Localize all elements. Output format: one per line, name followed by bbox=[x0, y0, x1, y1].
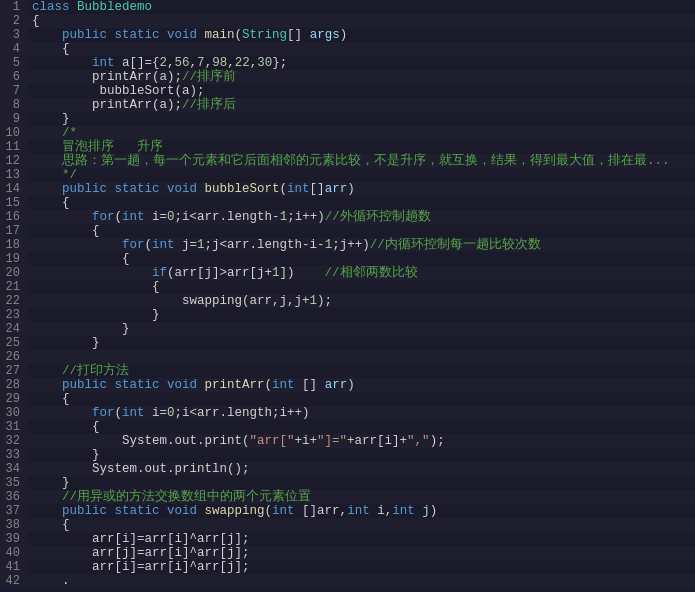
line-number: 13 bbox=[0, 168, 28, 182]
token: void bbox=[167, 378, 205, 392]
line-number: 20 bbox=[0, 266, 28, 280]
line-number: 8 bbox=[0, 98, 28, 112]
token bbox=[32, 364, 62, 378]
line-content: printArr(a);//排序后 bbox=[28, 98, 236, 112]
line-content: public static void printArr(int [] arr) bbox=[28, 378, 355, 392]
code-line: 26 bbox=[0, 350, 695, 364]
code-line: 34 System.out.println(); bbox=[0, 462, 695, 476]
token: , bbox=[205, 56, 213, 70]
token: ( bbox=[265, 504, 273, 518]
code-line: 28 public static void printArr(int [] ar… bbox=[0, 378, 695, 392]
token: static bbox=[115, 28, 168, 42]
code-line: 4 { bbox=[0, 42, 695, 56]
line-content: } bbox=[28, 476, 70, 490]
code-line: 30 for(int i=0;i<arr.length;i++) bbox=[0, 406, 695, 420]
line-number: 25 bbox=[0, 336, 28, 350]
token: Bubbledemo bbox=[77, 0, 152, 14]
token: 思路：第一趟，每一个元素和它后面相邻的元素比较，不是升序，就互换，结果，得到最大… bbox=[32, 154, 670, 168]
line-content: } bbox=[28, 448, 100, 462]
token: 2 bbox=[160, 56, 168, 70]
token: //打印方法 bbox=[62, 364, 129, 378]
token: ;j++) bbox=[332, 238, 370, 252]
code-line: 19 { bbox=[0, 252, 695, 266]
line-content: for(int i=0;i<arr.length;i++) bbox=[28, 406, 310, 420]
token: int bbox=[347, 504, 377, 518]
line-content: arr[i]=arr[i]^arr[j]; bbox=[28, 532, 250, 546]
line-number: 17 bbox=[0, 224, 28, 238]
line-number: 23 bbox=[0, 308, 28, 322]
line-content: { bbox=[28, 224, 100, 238]
token: } bbox=[32, 336, 100, 350]
code-line: 31 { bbox=[0, 420, 695, 434]
code-line: 35 } bbox=[0, 476, 695, 490]
line-number: 18 bbox=[0, 238, 28, 252]
line-number: 30 bbox=[0, 406, 28, 420]
token: []arr, bbox=[302, 504, 347, 518]
line-number: 38 bbox=[0, 518, 28, 532]
line-number: 4 bbox=[0, 42, 28, 56]
line-content bbox=[28, 350, 40, 364]
line-content: for(int j=1;j<arr.length-i-1;j++)//内循环控制… bbox=[28, 238, 541, 252]
line-content: { bbox=[28, 420, 100, 434]
token bbox=[32, 28, 62, 42]
line-number: 24 bbox=[0, 322, 28, 336]
code-line: 7 bubbleSort(a); bbox=[0, 84, 695, 98]
token bbox=[32, 126, 62, 140]
line-content: } bbox=[28, 112, 70, 126]
line-content: { bbox=[28, 14, 40, 28]
code-line: 18 for(int j=1;j<arr.length-i-1;j++)//内循… bbox=[0, 238, 695, 252]
line-number: 35 bbox=[0, 476, 28, 490]
line-content: 思路：第一趟，每一个元素和它后面相邻的元素比较，不是升序，就互换，结果，得到最大… bbox=[28, 154, 670, 168]
code-line: 12 思路：第一趟，每一个元素和它后面相邻的元素比较，不是升序，就互换，结果，得… bbox=[0, 154, 695, 168]
token: (arr[j]>arr[j+ bbox=[167, 266, 272, 280]
token: //外循环控制趟数 bbox=[325, 210, 431, 224]
token: 冒泡排序 升序 bbox=[32, 140, 163, 154]
token: class bbox=[32, 0, 77, 14]
code-line: 22 swapping(arr,j,j+1); bbox=[0, 294, 695, 308]
code-line: 33 } bbox=[0, 448, 695, 462]
token bbox=[32, 308, 152, 322]
line-content: if(arr[j]>arr[j+1]) //相邻两数比较 bbox=[28, 266, 418, 280]
token: int bbox=[122, 406, 152, 420]
token: ) bbox=[347, 378, 355, 392]
code-line: 37 public static void swapping(int []arr… bbox=[0, 504, 695, 518]
token: j= bbox=[182, 238, 197, 252]
token bbox=[32, 182, 62, 196]
code-line: 13 */ bbox=[0, 168, 695, 182]
code-line: 29 { bbox=[0, 392, 695, 406]
line-content: /* bbox=[28, 126, 77, 140]
code-line: 42 . bbox=[0, 574, 695, 588]
line-content: { bbox=[28, 280, 160, 294]
token: ( bbox=[145, 238, 153, 252]
line-number: 39 bbox=[0, 532, 28, 546]
token: //排序后 bbox=[182, 98, 236, 112]
line-number: 40 bbox=[0, 546, 28, 560]
token: ); bbox=[430, 434, 445, 448]
token: { bbox=[32, 224, 100, 238]
token: void bbox=[167, 504, 205, 518]
token: int bbox=[152, 238, 182, 252]
token: main bbox=[205, 28, 235, 42]
token: void bbox=[167, 182, 205, 196]
token: i, bbox=[377, 504, 392, 518]
line-number: 32 bbox=[0, 434, 28, 448]
token: i= bbox=[152, 210, 167, 224]
line-content: for(int i=0;i<arr.length-1;i++)//外循环控制趟数 bbox=[28, 210, 431, 224]
token: int bbox=[287, 182, 310, 196]
code-line: 32 System.out.print("arr["+i+"]="+arr[i]… bbox=[0, 434, 695, 448]
token: a[]={ bbox=[122, 56, 160, 70]
line-number: 7 bbox=[0, 84, 28, 98]
line-number: 2 bbox=[0, 14, 28, 28]
token: arr[j]=arr[i]^arr[j]; bbox=[32, 546, 250, 560]
code-line: 3 public static void main(String[] args) bbox=[0, 28, 695, 42]
token: arr bbox=[325, 182, 348, 196]
line-number: 14 bbox=[0, 182, 28, 196]
token: [] bbox=[287, 28, 310, 42]
line-number: 9 bbox=[0, 112, 28, 126]
code-line: 16 for(int i=0;i<arr.length-1;i++)//外循环控… bbox=[0, 210, 695, 224]
line-number: 41 bbox=[0, 560, 28, 574]
token: /* bbox=[62, 126, 77, 140]
line-number: 42 bbox=[0, 574, 28, 588]
token: ]) bbox=[280, 266, 325, 280]
token: { bbox=[32, 252, 130, 266]
